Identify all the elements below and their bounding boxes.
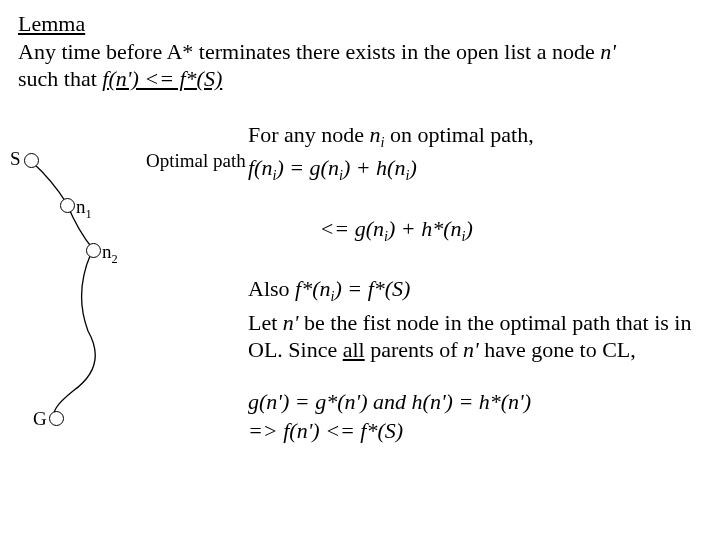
optimal-path-label: Optimal path [146,149,246,173]
node-g-label: G [33,407,47,431]
proof-line-5: Let n' be the fist node in the optimal p… [248,309,702,364]
node-n1-label: n1 [76,195,92,222]
diagram: S n1 n2 G Optimal path [18,121,248,451]
node-s [24,153,39,168]
proof-line-4: Also f*(ni) = f*(S) [248,275,702,306]
slide: Lemma Any time before A* terminates ther… [0,0,720,540]
proof-line-6: g(n') = g*(n') and h(n') = h*(n') [248,388,702,416]
proof-line-3: <= g(ni) + h*(ni) [248,187,702,273]
node-n2 [86,243,101,258]
node-s-label: S [10,147,21,171]
proof-text: For any node ni on optimal path, f(ni) =… [248,121,702,451]
node-n2-label: n2 [102,240,118,267]
proof-line-1: For any node ni on optimal path, [248,121,702,152]
lemma-statement: Lemma Any time before A* terminates ther… [18,10,702,93]
lemma-line-1: Any time before A* terminates there exis… [18,38,702,66]
proof-line-7: => f(n') <= f*(S) [248,417,702,445]
lemma-line-2: such that f(n') <= f*(S) [18,65,702,93]
proof-line-2: f(ni) = g(ni) + h(ni) [248,154,702,185]
lemma-title: Lemma [18,11,85,36]
node-n1 [60,198,75,213]
node-g [49,411,64,426]
